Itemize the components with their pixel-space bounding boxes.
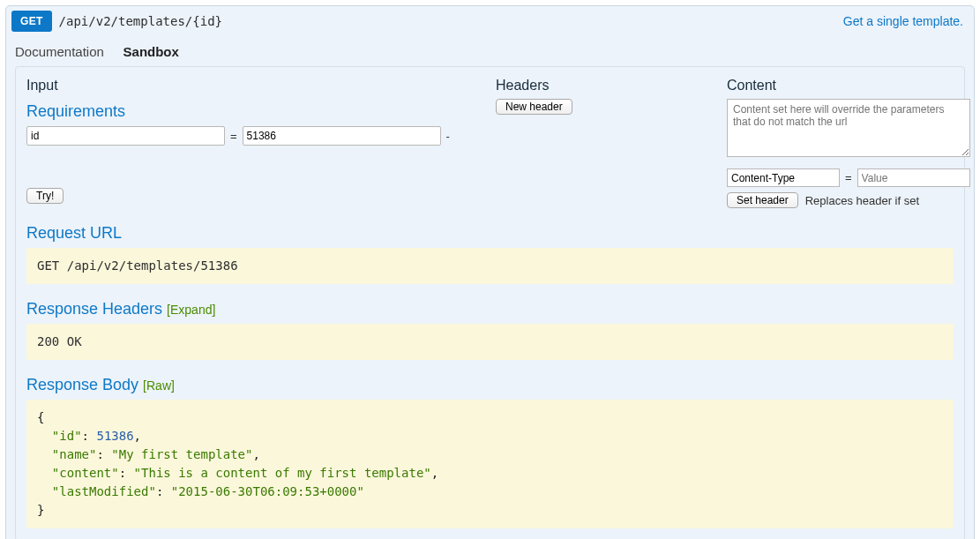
operation-header: GET /api/v2/templates/{id} Get a single … bbox=[6, 6, 974, 32]
content-heading: Content bbox=[727, 78, 970, 94]
headers-heading: Headers bbox=[496, 78, 725, 94]
requirements-heading: Requirements bbox=[26, 102, 494, 121]
http-method-badge: GET bbox=[11, 11, 52, 32]
content-type-row: = bbox=[727, 168, 970, 187]
content-type-value-input[interactable] bbox=[857, 168, 970, 187]
request-url-heading: Request URL bbox=[26, 224, 954, 243]
try-button[interactable]: Try! bbox=[26, 188, 64, 204]
content-column: Content = Set header Replaces header if … bbox=[727, 78, 970, 208]
set-header-note: Replaces header if set bbox=[805, 194, 919, 207]
set-header-button[interactable]: Set header bbox=[727, 192, 798, 208]
param-remove[interactable]: - bbox=[446, 130, 450, 143]
input-heading: Input bbox=[26, 78, 494, 94]
endpoint-path: /api/v2/templates/{id} bbox=[57, 14, 843, 28]
tab-sandbox[interactable]: Sandbox bbox=[123, 44, 179, 59]
input-column: Input Requirements = - Try! bbox=[26, 78, 494, 204]
response-headers-label: Response Headers bbox=[26, 300, 162, 318]
response-body-label: Response Body bbox=[26, 376, 138, 393]
equals-sign: = bbox=[230, 130, 237, 143]
tab-documentation[interactable]: Documentation bbox=[15, 44, 104, 59]
param-row: = - bbox=[26, 126, 494, 146]
sandbox-panel: Input Requirements = - Try! Headers bbox=[15, 66, 965, 539]
content-type-name-input[interactable] bbox=[727, 168, 840, 187]
expand-link[interactable]: [Expand] bbox=[167, 303, 215, 317]
raw-link[interactable]: [Raw] bbox=[143, 378, 175, 393]
response-body-heading: Response Body [Raw] bbox=[26, 376, 954, 394]
response-body-box: { "id": 51386, "name": "My first templat… bbox=[26, 400, 954, 528]
response-headers-box: 200 OK bbox=[26, 324, 954, 360]
request-url-box: GET /api/v2/templates/51386 bbox=[26, 248, 954, 284]
endpoint-summary[interactable]: Get a single template. bbox=[843, 14, 969, 28]
content-textarea[interactable] bbox=[727, 99, 970, 157]
param-value-input[interactable] bbox=[243, 126, 441, 146]
new-header-button[interactable]: New header bbox=[496, 99, 572, 115]
response-headers-heading: Response Headers [Expand] bbox=[26, 300, 954, 318]
headers-column: Headers New header bbox=[496, 78, 725, 115]
param-name-input[interactable] bbox=[26, 126, 225, 146]
api-panel: GET /api/v2/templates/{id} Get a single … bbox=[5, 5, 975, 539]
tabs: Documentation Sandbox bbox=[6, 32, 974, 66]
equals-sign: = bbox=[845, 171, 852, 184]
